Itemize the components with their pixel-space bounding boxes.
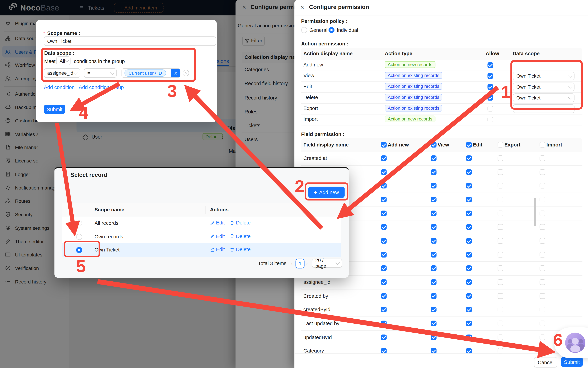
field-checkbox-export[interactable] <box>498 307 503 313</box>
record-row-all-records[interactable]: All records Edit Delete <box>62 217 341 230</box>
field-checkbox-edit[interactable] <box>466 307 472 313</box>
field-checkbox-edit[interactable] <box>466 224 472 230</box>
allow-checkbox[interactable] <box>487 84 493 90</box>
field-checkbox-view[interactable] <box>431 197 437 202</box>
field-checkbox-view[interactable] <box>431 169 437 175</box>
field-checkbox-add-new[interactable] <box>381 321 387 326</box>
field-checkbox-import[interactable] <box>540 279 545 285</box>
field-checkbox-export[interactable] <box>498 348 503 354</box>
field-checkbox-import[interactable] <box>540 334 545 340</box>
add-condition-link[interactable]: Add condition <box>44 84 74 90</box>
col-checkbox-import[interactable] <box>540 142 545 147</box>
field-checkbox-add-new[interactable] <box>381 211 387 216</box>
field-checkbox-export[interactable] <box>498 252 503 258</box>
record-row-own-records[interactable]: Own records Edit Delete <box>62 230 341 244</box>
field-checkbox-add-new[interactable] <box>381 252 387 258</box>
field-checkbox-view[interactable] <box>431 211 437 216</box>
field-checkbox-add-new[interactable] <box>381 279 387 285</box>
radio-general-label[interactable]: General <box>309 27 327 33</box>
field-checkbox-import[interactable] <box>540 252 545 258</box>
field-checkbox-view[interactable] <box>431 266 437 271</box>
col-checkbox-add-new[interactable] <box>381 142 387 147</box>
field-checkbox-edit[interactable] <box>466 266 472 271</box>
field-checkbox-edit[interactable] <box>466 238 472 244</box>
field-checkbox-add-new[interactable] <box>381 156 387 161</box>
field-checkbox-export[interactable] <box>498 197 503 202</box>
field-checkbox-import[interactable] <box>540 183 545 189</box>
field-checkbox-edit[interactable] <box>466 334 472 340</box>
field-checkbox-add-new[interactable] <box>381 183 387 189</box>
field-checkbox-view[interactable] <box>431 307 437 313</box>
field-checkbox-edit[interactable] <box>466 279 472 285</box>
field-checkbox-import[interactable] <box>540 224 545 230</box>
field-checkbox-view[interactable] <box>431 321 437 326</box>
delete-link[interactable]: Delete <box>230 247 251 252</box>
allow-checkbox[interactable] <box>487 62 493 68</box>
field-checkbox-add-new[interactable] <box>381 169 387 175</box>
field-checkbox-add-new[interactable] <box>381 293 387 299</box>
field-checkbox-import[interactable] <box>540 238 545 244</box>
scope-submit-button[interactable]: Submit <box>44 105 65 114</box>
field-checkbox-import[interactable] <box>540 169 545 175</box>
field-checkbox-edit[interactable] <box>466 169 472 175</box>
field-checkbox-view[interactable] <box>431 238 437 244</box>
field-checkbox-import[interactable] <box>540 348 545 354</box>
field-checkbox-import[interactable] <box>540 156 545 161</box>
field-checkbox-view[interactable] <box>431 334 437 340</box>
record-radio[interactable] <box>76 220 82 226</box>
field-checkbox-import[interactable] <box>540 321 545 326</box>
col-checkbox-edit[interactable] <box>466 142 472 147</box>
field-checkbox-import[interactable] <box>540 211 545 216</box>
radio-individual[interactable] <box>329 27 334 33</box>
field-checkbox-add-new[interactable] <box>381 266 387 271</box>
field-checkbox-view[interactable] <box>431 252 437 258</box>
field-checkbox-add-new[interactable] <box>381 307 387 313</box>
field-checkbox-export[interactable] <box>498 211 503 216</box>
field-checkbox-edit[interactable] <box>466 252 472 258</box>
field-checkbox-export[interactable] <box>498 321 503 326</box>
prev-page-icon[interactable]: ‹ <box>291 260 293 267</box>
field-checkbox-view[interactable] <box>431 224 437 230</box>
field-checkbox-import[interactable] <box>540 293 545 299</box>
delete-link[interactable]: Delete <box>230 233 251 239</box>
next-page-icon[interactable]: › <box>306 260 308 267</box>
edit-link[interactable]: Edit <box>210 220 225 226</box>
radio-individual-label[interactable]: Individual <box>337 27 358 33</box>
field-checkbox-edit[interactable] <box>466 197 472 202</box>
field-checkbox-export[interactable] <box>498 279 503 285</box>
record-row-own-ticket[interactable]: Own Ticket Edit Delete <box>62 243 341 257</box>
page-number[interactable]: 1 <box>296 259 305 268</box>
delete-link[interactable]: Delete <box>230 220 251 226</box>
field-checkbox-export[interactable] <box>498 334 503 340</box>
scrollbar-thumb[interactable] <box>534 198 536 226</box>
field-checkbox-export[interactable] <box>498 293 503 299</box>
field-checkbox-edit[interactable] <box>466 183 472 189</box>
field-checkbox-add-new[interactable] <box>381 197 387 202</box>
field-checkbox-edit[interactable] <box>466 156 472 161</box>
submit-button[interactable]: Submit <box>561 357 583 367</box>
col-checkbox-view[interactable] <box>431 142 437 147</box>
field-checkbox-export[interactable] <box>498 169 503 175</box>
field-checkbox-export[interactable] <box>498 266 503 271</box>
page-size-select[interactable]: 20 / page <box>312 259 342 268</box>
field-checkbox-export[interactable] <box>498 183 503 189</box>
close-icon[interactable]: × <box>62 172 66 178</box>
scope-name-input[interactable]: Own Ticket <box>44 37 216 46</box>
field-checkbox-import[interactable] <box>540 197 545 202</box>
allow-checkbox[interactable] <box>487 95 493 101</box>
field-checkbox-edit[interactable] <box>466 211 472 216</box>
edit-link[interactable]: Edit <box>210 233 225 239</box>
add-condition-group-link[interactable]: Add condition group <box>79 84 124 90</box>
field-checkbox-add-new[interactable] <box>381 224 387 230</box>
close-icon[interactable]: × <box>300 4 304 10</box>
cancel-button[interactable]: Cancel <box>534 357 557 368</box>
field-checkbox-edit[interactable] <box>466 321 472 326</box>
field-checkbox-add-new[interactable] <box>381 334 387 340</box>
field-checkbox-export[interactable] <box>498 238 503 244</box>
col-checkbox-export[interactable] <box>498 142 503 147</box>
field-checkbox-edit[interactable] <box>466 348 472 354</box>
field-checkbox-import[interactable] <box>540 266 545 271</box>
field-checkbox-view[interactable] <box>431 279 437 285</box>
field-checkbox-edit[interactable] <box>466 293 472 299</box>
field-checkbox-view[interactable] <box>431 156 437 161</box>
